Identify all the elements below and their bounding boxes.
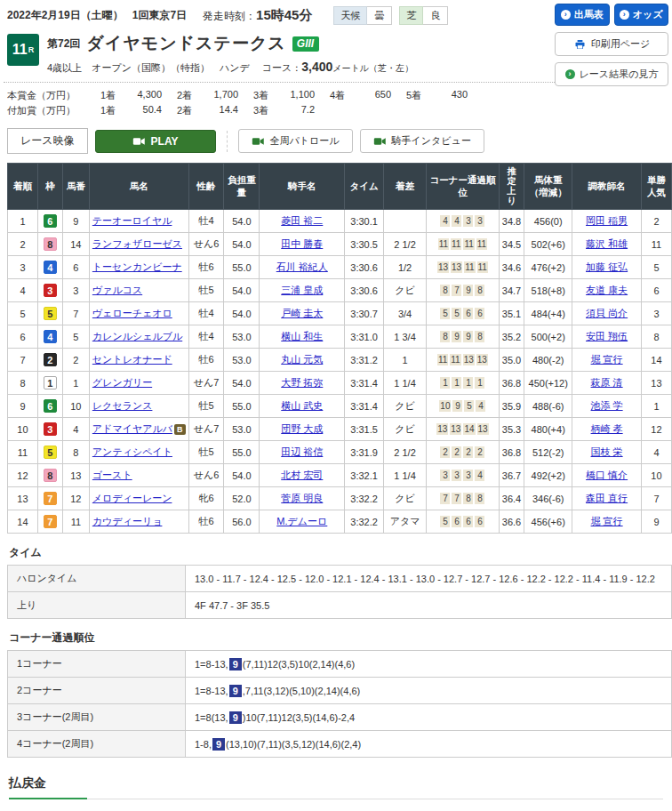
trainer-link[interactable]: 森田 直行	[586, 493, 628, 503]
jockey-link[interactable]: 団野 大成	[281, 423, 323, 434]
print-button-label: 印刷用ページ	[591, 37, 651, 51]
prize-place-label: 2着	[162, 89, 192, 102]
corner-position-number: 13	[450, 423, 461, 435]
waku-cell: 6	[37, 210, 62, 233]
entries-button[interactable]: › 出馬表	[555, 4, 610, 26]
jockey-link[interactable]: 田辺 裕信	[281, 446, 323, 457]
jockey-link[interactable]: 横山 武史	[281, 400, 323, 411]
trainer-link[interactable]: 萩原 清	[591, 377, 623, 388]
start-time-label: 発走時刻：	[203, 10, 256, 22]
jockey-link[interactable]: M.デムーロ	[276, 516, 327, 526]
result-guide-button[interactable]: › レース結果の見方	[555, 62, 668, 86]
horse-number: 2	[62, 349, 89, 372]
jockey-link[interactable]: 菱田 裕二	[281, 215, 323, 226]
win-popularity: 11	[641, 233, 671, 256]
horse-link[interactable]: アドマイヤアルバ	[92, 422, 172, 436]
trainer-link[interactable]: 国枝 栄	[591, 446, 623, 457]
jockey-cell: 三浦 皇成	[260, 279, 345, 302]
results-table: 着順枠馬番馬名性齢負担重量騎手名タイム着差コーナー通過順位推定上り馬体重（増減）…	[7, 163, 672, 534]
sex-age: せん7	[188, 372, 224, 395]
corner-position-number: 5	[440, 516, 450, 527]
horse-link[interactable]: アンティシペイト	[92, 446, 172, 459]
weather-badge-label: 芝	[399, 6, 423, 25]
jockey-link[interactable]: 北村 宏司	[281, 470, 323, 480]
jockey-link[interactable]: 三浦 皇成	[281, 285, 323, 295]
horse-link[interactable]: メロディーレーン	[92, 492, 172, 505]
trainer-link[interactable]: 池添 学	[591, 400, 623, 411]
play-button[interactable]: PLAY	[95, 130, 216, 153]
jockey-link[interactable]: 戸崎 圭太	[281, 308, 323, 318]
jockey-link[interactable]: 丸山 元気	[281, 354, 323, 365]
winner-highlight: 9	[229, 685, 242, 697]
waku-cell: 2	[37, 349, 62, 372]
corner-position-number: 8	[475, 285, 484, 296]
horse-link[interactable]: トーセンカンビーナ	[92, 261, 182, 274]
trainer-link[interactable]: 加藤 征弘	[586, 261, 628, 272]
jockey-link[interactable]: 石川 裕紀人	[276, 261, 328, 272]
jockey-link[interactable]: 大野 拓弥	[281, 377, 323, 388]
col-header: 馬名	[89, 164, 188, 210]
waku-cell: 8	[37, 233, 62, 256]
corner-row: 2コーナー1=8-13,9,7,11(3,12)(5,10)(2,14)(4,6…	[8, 678, 672, 704]
col-header: 枠	[37, 164, 62, 210]
horse-link[interactable]: テーオーロイヤル	[92, 214, 172, 228]
horse-link[interactable]: グレンガリー	[92, 376, 152, 389]
trainer-link[interactable]: 橋口 慎介	[586, 470, 628, 480]
horse-link[interactable]: ヴェローチェオロ	[92, 307, 172, 320]
jockey-interview-button[interactable]: 騎手インタビュー	[360, 129, 484, 153]
trainer-link[interactable]: 友道 康夫	[586, 285, 628, 295]
horse-link[interactable]: ランフォザローゼス	[92, 237, 182, 251]
trainer-link[interactable]: 安田 翔伍	[586, 331, 628, 341]
trainer-link[interactable]: 藤沢 和雄	[586, 238, 628, 249]
jockey-link[interactable]: 田中 勝春	[281, 238, 323, 249]
waku-number: 7	[44, 515, 57, 528]
corner-position-number: 4	[476, 400, 485, 412]
corner-section-title: コーナー通過順位	[9, 630, 668, 646]
prize-row-label: 付加賞（万円）	[7, 104, 85, 117]
horse-link[interactable]: カウディーリョ	[92, 515, 163, 528]
estimated-last3f: 34.5	[499, 233, 524, 256]
horse-link[interactable]: カレンルシェルブル	[92, 330, 182, 343]
waku-cell: 3	[37, 279, 62, 302]
horse-link[interactable]: ゴースト	[92, 469, 132, 482]
corner-value-before: 1=8-13,	[195, 686, 228, 696]
estimated-last3f: 34.7	[499, 279, 524, 302]
finish-position: 14	[8, 510, 38, 534]
patrol-video-button[interactable]: 全周パトロール	[238, 129, 353, 153]
laptime-value: 4F 47.7 - 3F 35.5	[186, 592, 672, 619]
finish-time: 3:31.5	[345, 418, 384, 441]
trainer-link[interactable]: 堀 宣行	[591, 516, 623, 526]
horse-number: 8	[62, 441, 89, 464]
blinker-badge: B	[174, 424, 186, 435]
estimated-last3f: 36.6	[499, 510, 524, 534]
course-distance: 3,400	[301, 60, 332, 74]
col-header: 騎手名	[260, 164, 345, 210]
corner-positions: 11111111	[427, 233, 500, 256]
finish-position: 4	[8, 279, 38, 302]
result-row: 1034アドマイヤアルバBせん753.0団野 大成3:31.5クビ1313141…	[8, 418, 672, 441]
corner-position-number: 6	[463, 516, 473, 527]
corner-position-number: 3	[475, 215, 484, 227]
win-popularity: 6	[641, 279, 671, 302]
winner-highlight: 9	[229, 658, 242, 670]
estimated-last3f: 34.6	[499, 256, 524, 279]
trainer-link[interactable]: 岡田 稲男	[586, 215, 628, 226]
horse-link[interactable]: レクセランス	[92, 399, 153, 413]
horse-link[interactable]: セントレオナード	[92, 353, 172, 366]
weather-badge-value: 良	[423, 6, 448, 25]
corner-position-number: 11	[450, 354, 460, 365]
jockey-cell: 菅原 明良	[260, 487, 345, 510]
trainer-link[interactable]: 堀 宣行	[591, 354, 623, 365]
jockey-link[interactable]: 菅原 明良	[281, 493, 323, 503]
trainer-link[interactable]: 須貝 尚介	[586, 308, 628, 318]
print-button[interactable]: 印刷用ページ	[555, 32, 668, 56]
finish-time: 3:32.2	[345, 487, 384, 510]
carried-weight: 55.0	[224, 256, 260, 279]
col-header-text: 推定上り	[507, 166, 516, 205]
race-conditions-text: 4歳以上 オープン（国際）（特指） ハンデ	[47, 62, 250, 73]
corner-position-number: 4	[475, 470, 484, 481]
odds-button[interactable]: › オッズ	[614, 4, 669, 26]
trainer-link[interactable]: 柄崎 孝	[591, 423, 623, 434]
horse-link[interactable]: ヴァルコス	[92, 284, 142, 297]
jockey-link[interactable]: 横山 和生	[281, 331, 323, 341]
